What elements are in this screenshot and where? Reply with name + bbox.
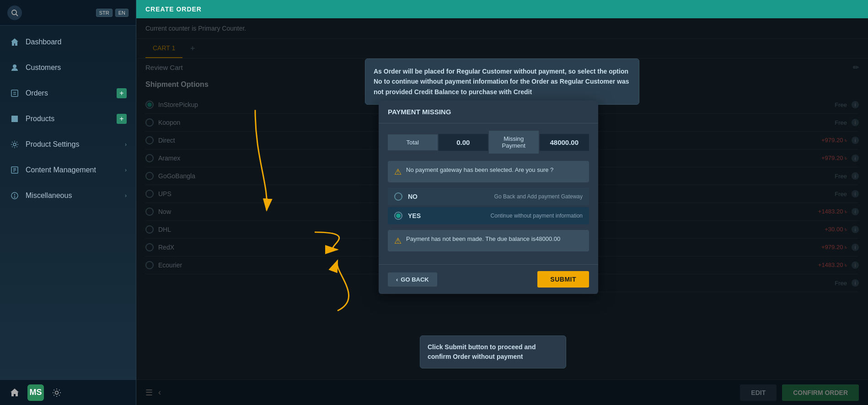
sidebar-header: STR EN: [0, 0, 136, 26]
misc-icon: [9, 190, 20, 201]
modal-title: PAYMENT MISSING: [379, 101, 598, 123]
svg-rect-8: [11, 119, 15, 122]
yes-desc: Continue without payment information: [491, 213, 583, 219]
modal-radio-no[interactable]: [394, 192, 402, 201]
svg-rect-6: [11, 116, 15, 119]
callout-top-text: As Order will be placed for Regular Cust…: [374, 68, 629, 96]
yes-label: YES: [408, 212, 435, 219]
lang-str: STR: [96, 9, 113, 17]
products-add-button[interactable]: +: [117, 114, 127, 124]
sidebar-item-miscellaneous[interactable]: Miscellaneous ›: [0, 183, 136, 208]
topbar-title: CREATE ORDER: [145, 5, 202, 13]
content-icon: [9, 165, 20, 176]
sidebar-item-dashboard[interactable]: Dashboard: [0, 29, 136, 55]
balance-warning-icon: ⚠: [394, 236, 402, 246]
orders-add-button[interactable]: +: [117, 88, 127, 98]
sidebar-item-content-management[interactable]: Content Management ›: [0, 157, 136, 183]
balance-warning-text: Payment has not been made. The due balan…: [406, 235, 560, 242]
no-label: NO: [408, 193, 435, 200]
balance-warning: ⚠ Payment has not been made. The due bal…: [388, 230, 589, 251]
home-icon: [9, 37, 20, 48]
topbar: CREATE ORDER: [136, 0, 868, 18]
misc-arrow: ›: [125, 192, 127, 199]
svg-rect-3: [11, 90, 18, 96]
product-settings-arrow: ›: [125, 141, 127, 148]
callout-tooltip-top: As Order will be placed for Regular Cust…: [365, 59, 639, 105]
sidebar-item-orders[interactable]: Orders +: [0, 80, 136, 106]
sidebar-item-customers[interactable]: Customers: [0, 55, 136, 80]
sidebar: STR EN Dashboard Customers Orders +: [0, 0, 136, 405]
go-back-chevron: ‹: [396, 276, 398, 283]
no-desc: Go Back and Add payment Gateway: [494, 193, 583, 200]
svg-line-1: [16, 14, 18, 16]
missing-payment-value: 48000.00: [540, 134, 589, 151]
modal-footer: ‹ GO BACK SUBMIT: [379, 264, 598, 294]
no-gateway-warning: ⚠ No payment gateway has been selected. …: [388, 161, 589, 182]
svg-rect-9: [15, 119, 18, 122]
sidebar-item-products[interactable]: Products +: [0, 106, 136, 132]
dashboard-label: Dashboard: [26, 38, 127, 46]
search-icon[interactable]: [7, 5, 22, 20]
products-label: Products: [26, 115, 111, 123]
callout-bottom-text: Click Submit button to proceed and confi…: [428, 343, 536, 360]
product-settings-icon: [9, 139, 20, 150]
svg-point-10: [13, 143, 16, 146]
svg-point-18: [55, 391, 59, 394]
total-label: Total: [388, 134, 438, 150]
sidebar-item-product-settings[interactable]: Product Settings ›: [0, 132, 136, 157]
modal-body: Total 0.00 Missing Payment 48000.00 ⚠ No…: [379, 123, 598, 264]
warning-text: No payment gateway has been selected. Ar…: [406, 166, 553, 173]
home-footer-icon[interactable]: [7, 385, 22, 400]
svg-rect-7: [15, 116, 18, 119]
orders-label: Orders: [26, 89, 111, 97]
warning-icon: ⚠: [394, 167, 402, 177]
modal-total-row: Total 0.00 Missing Payment 48000.00: [388, 131, 589, 154]
products-icon: [9, 113, 20, 124]
miscellaneous-label: Miscellaneous: [26, 192, 119, 200]
orders-icon: [9, 88, 20, 99]
language-selector[interactable]: STR EN: [96, 9, 129, 17]
callout-tooltip-bottom: Click Submit button to proceed and confi…: [420, 336, 566, 368]
product-settings-label: Product Settings: [26, 140, 119, 149]
go-back-button[interactable]: ‹ GO BACK: [388, 272, 437, 287]
svg-point-17: [14, 197, 15, 197]
svg-point-2: [13, 64, 16, 68]
user-badge[interactable]: MS: [27, 384, 44, 401]
submit-button[interactable]: SUBMIT: [537, 271, 589, 288]
lang-en[interactable]: EN: [115, 9, 129, 17]
settings-icon[interactable]: [49, 385, 64, 400]
sidebar-nav: Dashboard Customers Orders + Products +: [0, 26, 136, 379]
total-value: 0.00: [439, 134, 488, 151]
content-management-arrow: ›: [125, 167, 127, 173]
customers-icon: [9, 62, 20, 73]
main-content: CREATE ORDER Current counter is Primary …: [136, 0, 868, 405]
modal-option-yes[interactable]: YES Continue without payment information: [388, 207, 589, 224]
modal-option-no[interactable]: NO Go Back and Add payment Gateway: [388, 188, 589, 205]
payment-missing-modal: PAYMENT MISSING Total 0.00 Missing Payme…: [379, 101, 598, 294]
modal-radio-yes[interactable]: [394, 212, 402, 220]
customers-label: Customers: [26, 64, 127, 72]
svg-point-0: [12, 10, 16, 15]
missing-payment-label: Missing Payment: [489, 131, 539, 154]
content-area: Current counter is Primary Counter. CART…: [136, 18, 868, 405]
content-management-label: Content Management: [26, 166, 119, 174]
sidebar-footer: MS: [0, 379, 136, 405]
go-back-label: GO BACK: [401, 276, 429, 283]
